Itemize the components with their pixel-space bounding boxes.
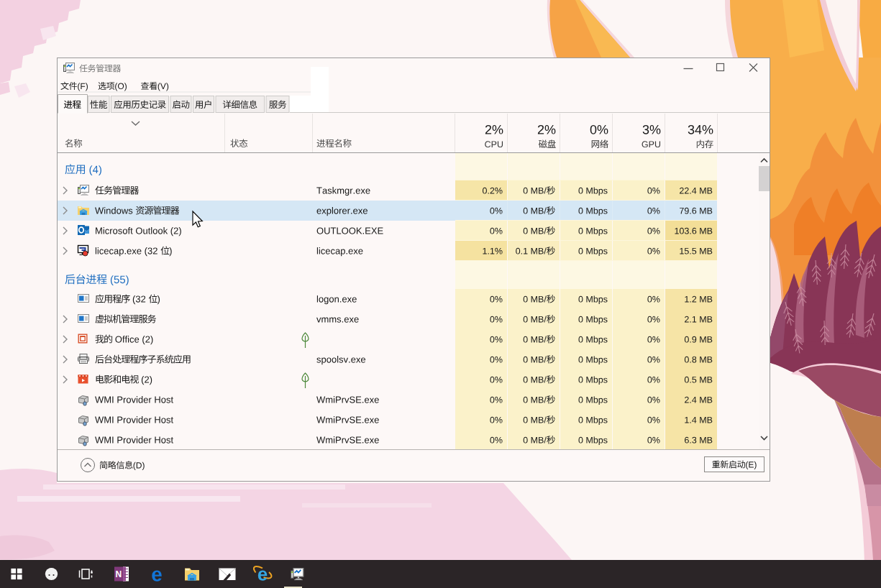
svg-text:N: N (116, 569, 122, 579)
